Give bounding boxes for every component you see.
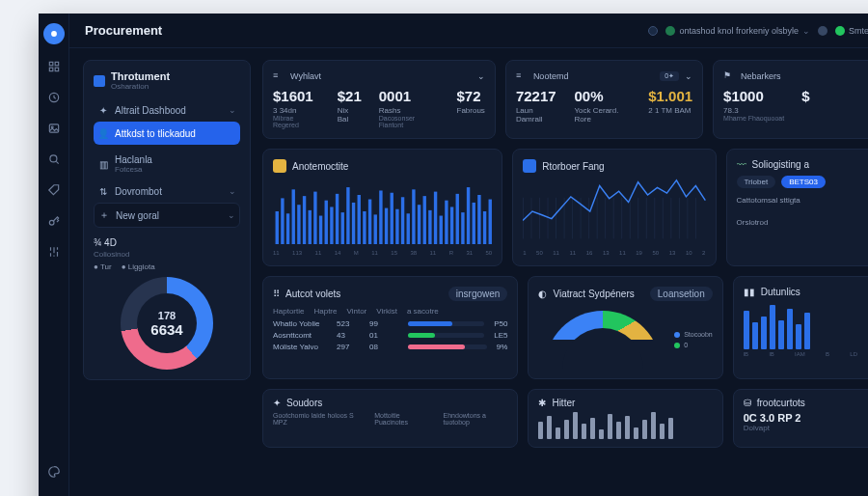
svg-rect-4	[55, 68, 59, 71]
svg-rect-20	[325, 201, 328, 244]
swap-icon: ⇅	[97, 185, 109, 197]
svg-rect-47	[473, 203, 475, 244]
svg-rect-48	[477, 195, 480, 244]
bottom-row: ✦Soudors Gootchomio laide holoos S MPZ M…	[262, 389, 868, 448]
kpi-row: ≡Wyhlavt⌄ $16013 34dnMibrae Regered$21Ni…	[262, 60, 868, 139]
tag-1[interactable]: Triobet	[737, 176, 776, 188]
gauge-badge[interactable]: Loansetion	[650, 287, 713, 301]
chevron-down-icon: ⌄	[802, 26, 810, 36]
user-icon: 👤	[97, 127, 109, 139]
svg-point-8	[49, 155, 56, 162]
sidebar-item-folder[interactable]: ▥ Haclanla Fotcesa	[94, 149, 240, 179]
donut-value-2: 6634	[150, 321, 182, 338]
kpi-b-pill[interactable]: 0✦	[660, 71, 679, 81]
palette-icon[interactable]	[45, 463, 63, 481]
grid-icon[interactable]	[45, 58, 63, 75]
svg-rect-30	[379, 190, 382, 244]
topbar-right: ontashod knol frorkeniy olsbyle⌄ Smter E…	[648, 26, 868, 36]
svg-rect-44	[456, 194, 459, 244]
svg-rect-49	[483, 211, 486, 244]
bottom-c: ⛁frootcurtots 0C 3.0 RP 2 Dolvapt	[733, 389, 868, 448]
chart-b-line	[523, 179, 705, 244]
kpi-label: Fabrous	[457, 106, 485, 115]
donut-subtitle: Coliosinod	[94, 250, 240, 259]
svg-point-9	[49, 220, 54, 225]
svg-rect-61	[605, 198, 606, 239]
kpi-label: Nix Bal	[338, 106, 362, 124]
svg-rect-52	[531, 198, 532, 239]
logo-icon[interactable]	[43, 23, 65, 44]
gauge-legend: Stocoobn 0	[674, 331, 713, 348]
svg-rect-60	[597, 198, 598, 239]
sliders-icon[interactable]	[45, 243, 63, 261]
kpi-label: 2 1 TM BAM	[648, 106, 692, 115]
kpi-value: 00%	[575, 88, 632, 104]
sidebar-item-selected[interactable]: 👤 Attkdst to tlickadud	[94, 122, 240, 145]
globe-icon[interactable]	[648, 26, 658, 36]
tag-icon[interactable]	[45, 181, 63, 199]
folder-icon: ▥	[97, 158, 109, 170]
kpi-label: Rashs	[379, 106, 440, 115]
svg-rect-45	[461, 212, 464, 244]
svg-rect-11	[276, 211, 279, 244]
table-row[interactable]: Aosnttcomt4301LE5	[273, 331, 507, 340]
svg-rect-21	[330, 207, 333, 244]
svg-rect-3	[49, 68, 53, 71]
table-badge[interactable]: insrgowen	[448, 287, 508, 301]
svg-rect-53	[539, 198, 540, 239]
sidebar-item-swap[interactable]: ⇅ Dovrombot ⌄	[94, 179, 240, 203]
svg-rect-66	[646, 198, 647, 239]
kpi-card-b: ≡Nootemd0✦⌄ 72217Laun Damrall00%Yock Cer…	[505, 60, 703, 139]
chevron-down-icon[interactable]: ⌄	[477, 71, 485, 81]
svg-rect-41	[440, 216, 443, 244]
sidebar-item-dashboard[interactable]: ✦ Altrait Dashbood ⌄	[94, 98, 240, 122]
bell-icon[interactable]	[818, 26, 827, 36]
svg-rect-18	[313, 192, 316, 244]
svg-rect-43	[450, 207, 453, 244]
key-icon[interactable]	[45, 212, 63, 230]
svg-rect-34	[401, 197, 404, 244]
legend-a: ● Tur	[94, 262, 112, 271]
sidebar-title: Throtument	[111, 70, 170, 82]
sidebar-item-new[interactable]: ＋ New goral ⌄	[94, 203, 240, 228]
content: Throtument Osharation ✦ Altrait Dashbood…	[69, 48, 868, 459]
top-link-2[interactable]: Smter Ensj	[835, 26, 868, 36]
donut-title: ¾ 4D	[94, 237, 240, 248]
chevron-down-icon: ⌄	[228, 210, 235, 220]
svg-rect-37	[418, 205, 420, 244]
table-card: ⠿Autcot voletsinsrgowen HaptortieHaptreV…	[262, 276, 518, 379]
svg-rect-29	[374, 214, 377, 244]
svg-rect-36	[412, 189, 415, 244]
svg-rect-32	[391, 193, 393, 244]
image-icon[interactable]	[45, 120, 63, 137]
svg-rect-28	[368, 200, 371, 244]
bars-icon: ▮▮	[744, 287, 755, 297]
list-icon: ≡	[516, 70, 528, 82]
table-row[interactable]: Whatlo Yoblie52399P50	[273, 319, 507, 328]
svg-rect-24	[346, 187, 349, 244]
svg-rect-62	[613, 198, 614, 239]
sparkle-icon: ✦	[97, 104, 109, 116]
svg-rect-68	[663, 198, 664, 239]
top-link-1[interactable]: ontashod knol frorkeniy olsbyle⌄	[665, 26, 810, 36]
search-icon[interactable]	[45, 151, 63, 168]
svg-rect-39	[428, 210, 431, 244]
dots-icon: ⠿	[273, 289, 280, 299]
tag-2[interactable]: BETS03	[781, 176, 826, 188]
legend-b: ● Liggiota	[122, 262, 155, 271]
spark-icon: ✦	[273, 398, 281, 408]
dashboard-grid: ≡Wyhlavt⌄ $16013 34dnMibrae Regered$21Ni…	[262, 60, 868, 448]
small-bars	[744, 305, 868, 349]
sidebar-subtitle: Osharation	[111, 82, 170, 91]
svg-rect-67	[655, 198, 656, 239]
chart-row: Anotemoctite 111131114M11153811R3150 Rto…	[262, 149, 868, 266]
chevron-down-icon[interactable]: ⌄	[685, 71, 692, 81]
table-row[interactable]: Móliste Yalvo297089%	[273, 343, 507, 351]
svg-rect-25	[352, 203, 355, 244]
chevron-down-icon: ⌄	[229, 105, 236, 115]
clock-icon[interactable]	[45, 89, 63, 106]
svg-rect-70	[679, 198, 680, 239]
chart-a: Anotemoctite 111131114M11153811R3150	[262, 149, 502, 266]
svg-rect-59	[588, 198, 589, 239]
hitter-bars	[538, 412, 712, 439]
